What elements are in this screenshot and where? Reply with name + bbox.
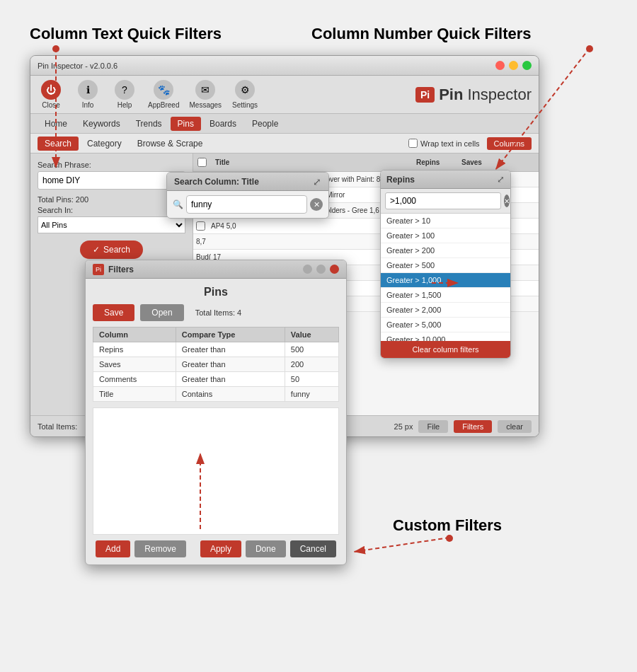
- filters-button[interactable]: Filters: [454, 420, 492, 433]
- clear-button[interactable]: clear: [498, 420, 532, 433]
- wrap-text-checkbox[interactable]: [408, 139, 418, 148]
- filters-remove-button[interactable]: Remove: [134, 540, 186, 557]
- repins-expand-icon[interactable]: ⤢: [497, 174, 505, 185]
- messages-icon: ✉: [195, 80, 215, 100]
- nav-home[interactable]: Home: [38, 117, 74, 131]
- search-in-select[interactable]: All Pins: [38, 216, 185, 233]
- repins-item-7[interactable]: Greater > 5,000: [381, 318, 510, 332]
- col-text-filters-label: Column Text Quick Filters: [30, 25, 222, 43]
- total-items-status: Total Items:: [38, 422, 77, 431]
- columns-button[interactable]: Columns: [487, 137, 532, 150]
- filter-col-3: Title: [93, 387, 176, 402]
- filter-compare-1: Greater than: [176, 357, 285, 372]
- filters-table: Column Compare Type Value Repins Greater…: [93, 327, 339, 402]
- repins-item-8[interactable]: Greater > 10,000: [381, 332, 510, 341]
- dot-custom: [446, 535, 453, 542]
- row-checkbox[interactable]: [196, 221, 205, 231]
- filters-min-btn[interactable]: [316, 265, 326, 274]
- filters-bottom-row: Add Remove Apply Done Cancel: [93, 540, 339, 557]
- file-button[interactable]: File: [418, 420, 448, 433]
- popup-search-input[interactable]: [186, 195, 307, 214]
- repins-item-0[interactable]: Greater > 10: [381, 214, 510, 228]
- main-nav: Home Keywords Trends Pins Boards People: [30, 114, 539, 134]
- dot-col-text: [52, 45, 59, 52]
- clear-column-button[interactable]: Clear column filters: [381, 341, 510, 358]
- toolbar-info-label: Info: [82, 101, 94, 109]
- repins-item-2[interactable]: Greater > 200: [381, 243, 510, 258]
- repins-title: Repins: [386, 175, 497, 185]
- filters-close-btn[interactable]: [303, 265, 312, 274]
- nav-pins[interactable]: Pins: [171, 117, 201, 131]
- toolbar-close[interactable]: ⏻ Close: [38, 80, 64, 109]
- total-pins-label: Total Pins: 200: [38, 195, 185, 204]
- filter-compare-0: Greater than: [176, 342, 285, 357]
- popup-search-icon: 🔍: [173, 199, 183, 209]
- search-button-label: Search: [103, 245, 130, 255]
- subnav-category[interactable]: Category: [80, 137, 129, 151]
- toolbar-appbreed[interactable]: 🐾 AppBreed: [148, 80, 179, 109]
- wrap-text-label: Wrap text in cells: [408, 139, 480, 148]
- window-controls: [495, 61, 532, 70]
- filters-btn-row: Save Open Total Items: 4: [93, 304, 339, 321]
- dot-col-number: [586, 45, 593, 52]
- repins-clear-button[interactable]: ✕: [504, 195, 510, 207]
- nav-keywords[interactable]: Keywords: [76, 117, 127, 131]
- toolbar-settings[interactable]: ⚙ Settings: [231, 80, 258, 109]
- filters-window: Pi Filters Pins Save Open Total Items: 4…: [85, 260, 347, 565]
- filter-value-1: 200: [285, 357, 338, 372]
- filter-compare-3: Contains: [176, 387, 285, 402]
- subnav-search[interactable]: Search: [38, 137, 79, 151]
- popup-title: Search Column: Title: [174, 177, 313, 187]
- filters-header-title: Pins: [93, 286, 339, 299]
- filter-col-2: Comments: [93, 372, 176, 387]
- toolbar-close-label: Close: [42, 101, 60, 109]
- search-button[interactable]: ✓ Search: [80, 241, 143, 259]
- toolbar-messages[interactable]: ✉ Messages: [189, 80, 222, 109]
- col-header-column: Column: [93, 328, 176, 342]
- info-icon: ℹ: [78, 80, 98, 100]
- filters-max-btn[interactable]: [330, 265, 339, 274]
- popup-expand-icon[interactable]: ⤢: [313, 176, 321, 187]
- filters-apply-button[interactable]: Apply: [200, 540, 241, 557]
- title-bar-text: Pin Inspector - v2.0.0.6: [38, 62, 495, 70]
- filters-done-button[interactable]: Done: [246, 540, 286, 557]
- repins-item-4[interactable]: Greater > 1,000: [381, 273, 510, 288]
- filters-title-bar: Pi Filters: [86, 260, 346, 279]
- repins-item-3[interactable]: Greater > 500: [381, 258, 510, 273]
- popup-clear-button[interactable]: ✕: [310, 198, 323, 211]
- repins-input[interactable]: [385, 192, 501, 209]
- col-header-repins: Repins: [413, 158, 456, 166]
- filter-row-0: Repins Greater than 500: [93, 342, 339, 357]
- svg-line-3: [354, 538, 449, 552]
- sub-nav: Search Category Browse & Scrape Wrap tex…: [30, 134, 539, 153]
- filters-save-button[interactable]: Save: [93, 304, 134, 321]
- filter-value-0: 500: [285, 342, 338, 357]
- select-all-checkbox[interactable]: [197, 158, 207, 167]
- subnav-browse[interactable]: Browse & Scrape: [130, 137, 210, 151]
- title-bar: Pin Inspector - v2.0.0.6: [30, 56, 539, 76]
- filters-open-button[interactable]: Open: [140, 304, 183, 321]
- filters-add-button[interactable]: Add: [96, 540, 130, 557]
- toolbar-messages-label: Messages: [189, 101, 222, 109]
- filter-compare-2: Greater than: [176, 372, 285, 387]
- filters-empty-area: [93, 407, 339, 535]
- nav-trends[interactable]: Trends: [129, 117, 169, 131]
- toolbar-info[interactable]: ℹ Info: [74, 80, 101, 109]
- search-phrase-input[interactable]: [38, 171, 185, 190]
- toolbar-help[interactable]: ? Help: [111, 80, 138, 109]
- repins-list-container: Greater > 10 Greater > 100 Greater > 200…: [381, 214, 510, 341]
- logo-text: Pin Inspector: [439, 86, 532, 104]
- repins-item-6[interactable]: Greater > 2,000: [381, 303, 510, 318]
- nav-people[interactable]: People: [245, 117, 285, 131]
- window-close[interactable]: [495, 61, 505, 70]
- window-max[interactable]: [522, 61, 532, 70]
- window-min[interactable]: [509, 61, 518, 70]
- nav-boards[interactable]: Boards: [202, 117, 243, 131]
- filters-cancel-button[interactable]: Cancel: [290, 540, 336, 557]
- col-header-compare: Compare Type: [176, 328, 285, 342]
- repins-item-1[interactable]: Greater > 100: [381, 228, 510, 243]
- filter-value-2: 50: [285, 372, 338, 387]
- repins-popup: Repins ⤢ ✕ ✓ Apply Greater > 10 Greater …: [380, 170, 511, 359]
- wrap-text-text: Wrap text in cells: [420, 139, 480, 148]
- repins-item-5[interactable]: Greater > 1,500: [381, 288, 510, 303]
